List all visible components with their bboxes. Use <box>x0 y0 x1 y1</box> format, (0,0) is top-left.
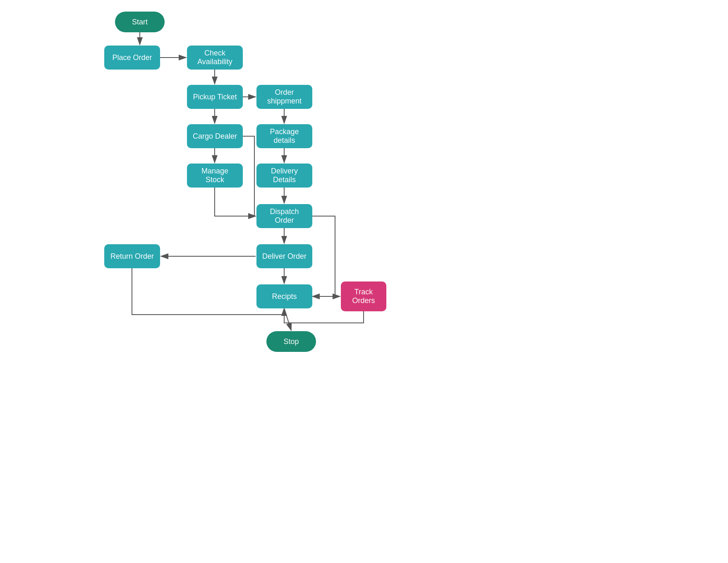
svg-line-14 <box>284 308 291 330</box>
cargo-dealer-node: Cargo Dealer <box>187 124 243 148</box>
stop-node: Stop <box>266 331 316 352</box>
check-availability-node: Check Availability <box>187 46 243 70</box>
manage-stock-node: Manage Stock <box>187 164 243 188</box>
dispatch-order-node: Dispatch Order <box>256 204 312 228</box>
place-order-node: Place Order <box>104 46 160 70</box>
receipts-node: Recipts <box>256 284 312 308</box>
package-details-node: Package details <box>256 124 312 148</box>
track-orders-node: Track Orders <box>341 282 386 311</box>
delivery-details-node: Delivery Details <box>256 164 312 188</box>
deliver-order-node: Deliver Order <box>256 244 312 268</box>
start-node: Start <box>115 12 165 32</box>
flowchart: Start Place Order Check Availability Pic… <box>0 0 728 563</box>
pickup-ticket-node: Pickup Ticket <box>187 85 243 109</box>
order-shipment-node: Order shippment <box>256 85 312 109</box>
return-order-node: Return Order <box>104 244 160 268</box>
